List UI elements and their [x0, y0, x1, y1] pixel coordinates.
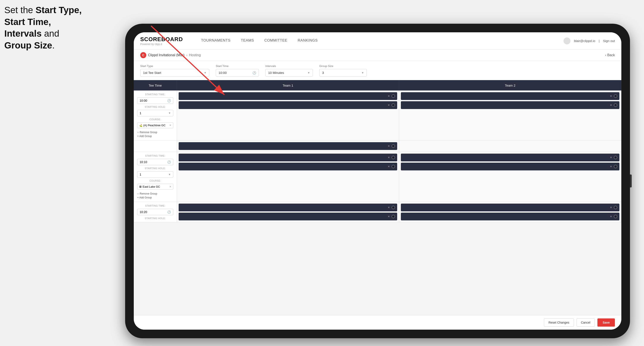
- player-row-g3-1-1: ✕ +: [179, 204, 397, 211]
- course-remove-2[interactable]: ✕: [169, 185, 171, 188]
- th-team2: Team 2: [399, 80, 621, 90]
- chevron-down-icon-3: ▼: [361, 71, 364, 74]
- player-remove-g2-1-1[interactable]: ✕: [388, 156, 390, 159]
- start-type-select[interactable]: 1st Tee Start ▼: [140, 69, 209, 76]
- sign-out-link[interactable]: Sign out: [603, 39, 615, 43]
- breadcrumb-items: C Clippd Invitational (Mar) › Hosting: [140, 52, 201, 58]
- user-avatar: [564, 37, 570, 44]
- chevron-down-icon-2: ▼: [308, 71, 310, 74]
- nav-teams[interactable]: TEAMS: [236, 32, 259, 49]
- course-label-1: COURSE:: [137, 118, 173, 121]
- player-add-g2-1-1[interactable]: +: [392, 156, 395, 159]
- player-remove-g3-2-1[interactable]: ✕: [610, 206, 612, 209]
- player-row-g3-1-2: ✕ +: [179, 213, 397, 220]
- time-input-1[interactable]: 10:00 🕐: [137, 97, 173, 104]
- player-add-g3-2-1[interactable]: +: [614, 206, 617, 209]
- time-input-2[interactable]: 10:10 🕐: [137, 159, 173, 165]
- player-remove-g3-1-2[interactable]: ✕: [388, 215, 390, 218]
- remove-group-btn-2[interactable]: ○ Remove Group: [137, 192, 173, 195]
- th-team1: Team 1: [177, 80, 399, 90]
- player-add-g2-1-2[interactable]: +: [392, 165, 395, 168]
- player-add-g3-1-2[interactable]: +: [392, 215, 395, 218]
- annotation-line4-rest: .: [52, 40, 55, 50]
- nav-separator: |: [599, 39, 600, 43]
- player-remove-g2-2-1[interactable]: ✕: [610, 156, 612, 159]
- group-actions-2: ○ Remove Group + Add Group: [137, 192, 173, 199]
- group-actions-1: ○ Remove Group + Add Group: [137, 131, 173, 138]
- group-size-field: Group Size 3 ▼: [319, 64, 367, 76]
- settings-bar: Start Type 1st Tee Start ▼ Start Time 10…: [134, 61, 621, 80]
- player-remove-2-1[interactable]: ✕: [610, 95, 612, 98]
- team2-cell-1: ✕ + ✕ +: [399, 90, 621, 140]
- player-remove-extra-1[interactable]: ✕: [388, 145, 390, 148]
- player-row-g2-2-1: ✕ +: [401, 154, 620, 161]
- course-tag-2: 🏛 East Lake GC: [139, 185, 160, 188]
- player-add-extra-1[interactable]: +: [392, 144, 395, 148]
- nav-committee[interactable]: COMMITTEE: [259, 32, 292, 49]
- main-content[interactable]: STARTING TIME: 10:00 🕐 STARTING HOLE: 1 …: [134, 90, 621, 315]
- tablet-side-button: [630, 174, 632, 187]
- player-add-g3-2-2[interactable]: +: [614, 215, 617, 218]
- user-email: blair@clippd.io: [574, 39, 595, 43]
- player-row-1-1: ✕ +: [179, 92, 397, 100]
- team1-cell-1: ✕ + ✕ +: [177, 90, 399, 140]
- player-add-2-2[interactable]: +: [614, 103, 617, 107]
- course-tag-1: ⛳ (A) Peachtree GC: [139, 124, 166, 127]
- player-add-g2-2-2[interactable]: +: [614, 165, 617, 168]
- player-add-2-1[interactable]: +: [614, 94, 617, 98]
- remove-group-btn-1[interactable]: ○ Remove Group: [137, 131, 173, 134]
- player-row-2-2: ✕ +: [401, 101, 620, 109]
- player-remove-g3-1-1[interactable]: ✕: [388, 206, 390, 209]
- hole-select-2[interactable]: 1 ▼: [137, 171, 173, 178]
- team1-extra-1: ✕ +: [177, 141, 399, 152]
- start-time-input[interactable]: 10:00 🕐: [216, 69, 259, 76]
- intervals-value: 10 Minutes: [268, 71, 284, 75]
- tablet-screen: SCOREBOARD Powered by clipp.d TOURNAMENT…: [134, 32, 621, 330]
- course-label-2: COURSE:: [137, 179, 173, 182]
- nav-right: blair@clippd.io | Sign out: [564, 37, 615, 44]
- starting-time-label-2: STARTING TIME:: [137, 155, 173, 157]
- player-remove-1-2[interactable]: ✕: [388, 104, 390, 107]
- team2-cell-2: ✕ + ✕ +: [399, 152, 621, 202]
- annotation-line3-bold: Intervals: [4, 28, 42, 38]
- tee-controls-1: STARTING TIME: 10:00 🕐 STARTING HOLE: 1 …: [134, 90, 177, 140]
- group-size-value: 3: [322, 71, 324, 75]
- cancel-button[interactable]: Cancel: [576, 319, 595, 327]
- annotation-line1: Set the Start Type,: [4, 5, 82, 15]
- player-add-1-1[interactable]: +: [392, 94, 395, 98]
- player-add-1-2[interactable]: +: [392, 103, 395, 107]
- course-select-2[interactable]: 🏛 East Lake GC ✕: [137, 184, 173, 189]
- nav-tournaments[interactable]: TOURNAMENTS: [196, 32, 236, 49]
- back-button[interactable]: ‹ Back: [605, 53, 615, 57]
- player-row-2-1: ✕ +: [401, 92, 620, 100]
- intervals-select[interactable]: 10 Minutes ▼: [265, 69, 313, 76]
- reset-changes-button[interactable]: Reset Changes: [544, 319, 574, 327]
- player-remove-g2-2-2[interactable]: ✕: [610, 165, 612, 168]
- save-button[interactable]: Save: [598, 319, 615, 327]
- start-type-label: Start Type: [140, 64, 209, 68]
- group-size-select[interactable]: 3 ▼: [319, 69, 367, 76]
- group-size-label: Group Size: [319, 64, 367, 68]
- player-add-g2-2-1[interactable]: +: [614, 156, 617, 159]
- player-add-g3-1-1[interactable]: +: [392, 206, 395, 209]
- course-select-1[interactable]: ⛳ (A) Peachtree GC ✕: [137, 122, 173, 128]
- player-row-g3-2-1: ✕ +: [401, 204, 620, 211]
- clock-icon-1: 🕐: [167, 99, 171, 102]
- breadcrumb-current: Hosting: [189, 53, 201, 57]
- clock-icon: 🕐: [252, 71, 256, 75]
- course-remove-1[interactable]: ✕: [169, 124, 171, 127]
- hole-select-1[interactable]: 1 ▼: [137, 110, 173, 116]
- intervals-label: Intervals: [265, 64, 313, 68]
- add-group-btn-1[interactable]: + Add Group: [137, 135, 173, 138]
- time-input-3[interactable]: 10:20 🕐: [137, 209, 173, 215]
- player-row-1-2: ✕ +: [179, 101, 397, 109]
- player-remove-g2-1-2[interactable]: ✕: [388, 165, 390, 168]
- nav-rankings[interactable]: RANKINGS: [292, 32, 323, 49]
- hole-chevron-2: ▼: [168, 173, 171, 176]
- player-remove-g3-2-2[interactable]: ✕: [610, 215, 612, 218]
- add-group-btn-2[interactable]: + Add Group: [137, 196, 173, 199]
- player-row-g2-2-2: ✕ +: [401, 163, 620, 171]
- player-remove-1-1[interactable]: ✕: [388, 95, 390, 98]
- player-remove-2-2[interactable]: ✕: [610, 104, 612, 107]
- breadcrumb-tournament[interactable]: Clippd Invitational (Mar): [148, 53, 184, 57]
